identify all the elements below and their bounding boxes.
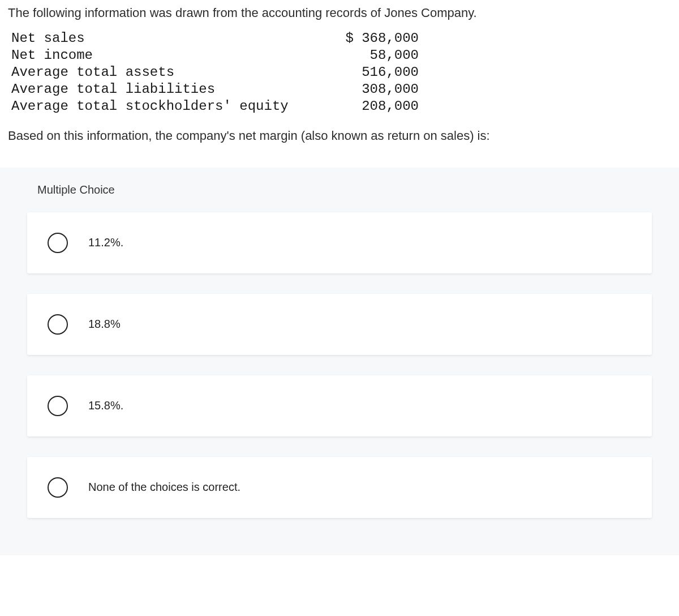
choice-option-4[interactable]: None of the choices is correct.	[27, 457, 652, 518]
mc-heading: Multiple Choice	[5, 168, 674, 212]
table-row: Average total assets 516,000	[11, 64, 668, 81]
choice-option-3[interactable]: 15.8%.	[27, 375, 652, 437]
row-label: Average total liabilities	[11, 81, 306, 98]
row-label: Average total assets	[11, 64, 306, 81]
choice-label: 11.2%.	[88, 236, 123, 249]
choice-option-1[interactable]: 11.2%.	[27, 212, 652, 273]
question-intro: The following information was drawn from…	[0, 0, 679, 30]
row-value: 516,000	[306, 64, 419, 81]
row-value: $ 368,000	[306, 30, 419, 47]
row-label: Net sales	[11, 30, 306, 47]
table-row: Average total liabilities 308,000	[11, 81, 668, 98]
table-row: Net sales $ 368,000	[11, 30, 668, 47]
radio-icon	[48, 396, 68, 416]
row-label: Average total stockholders' equity	[11, 98, 306, 115]
question-followup: Based on this information, the company's…	[0, 123, 679, 168]
row-label: Net income	[11, 47, 306, 64]
radio-icon	[48, 314, 68, 335]
choice-label: 18.8%	[88, 318, 121, 331]
radio-icon	[48, 233, 68, 253]
choice-label: 15.8%.	[88, 399, 123, 412]
table-row: Net income 58,000	[11, 47, 668, 64]
financial-data-table: Net sales $ 368,000 Net income 58,000 Av…	[0, 30, 679, 123]
row-value: 58,000	[306, 47, 419, 64]
choice-option-2[interactable]: 18.8%	[27, 294, 652, 355]
table-row: Average total stockholders' equity 208,0…	[11, 98, 668, 115]
row-value: 208,000	[306, 98, 419, 115]
choice-label: None of the choices is correct.	[88, 481, 240, 494]
multiple-choice-section: Multiple Choice 11.2%. 18.8% 15.8%. None…	[0, 168, 679, 555]
row-value: 308,000	[306, 81, 419, 98]
radio-icon	[48, 477, 68, 498]
